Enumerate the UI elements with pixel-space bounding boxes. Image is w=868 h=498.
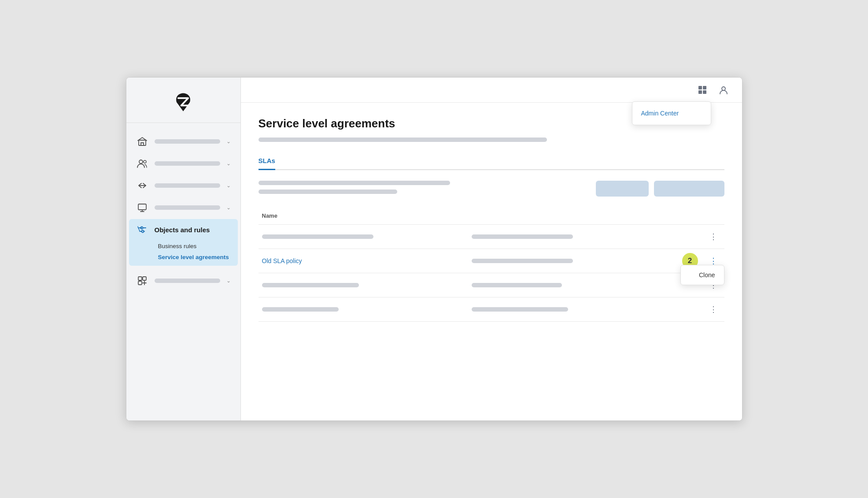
sla-table: Name [259,207,724,322]
sidebar-item-home[interactable]: ⌄ [129,131,238,152]
svg-rect-12 [703,90,706,94]
svg-rect-10 [703,86,706,89]
row-actions-button-4[interactable]: ⋮ [706,303,721,316]
nav-label-bar [155,205,220,210]
svg-rect-9 [698,86,702,89]
sidebar-item-users[interactable]: ⌄ [129,153,238,174]
sidebar-item-objects-main[interactable]: Objects and rules [129,219,238,240]
meta-skeleton [472,307,569,312]
chevron-down-icon: ⌄ [226,278,231,284]
svg-point-1 [139,160,143,164]
sidebar-subitem-business-rules[interactable]: Business rules [154,241,238,251]
nav-label-bar [155,183,220,188]
apps-icon [136,275,148,287]
header-bar: Admin Center [241,78,742,103]
name-skeleton [262,307,339,312]
content-description [259,181,589,194]
chevron-down-icon: ⌄ [226,138,231,145]
channels-icon [136,179,148,192]
users-icon [136,157,148,170]
monitor-icon [136,201,148,214]
row-actions-button[interactable]: ⋮ [706,230,721,243]
chevron-down-icon: ⌄ [226,182,231,189]
svg-rect-8 [138,281,142,285]
sla-policy-link[interactable]: Old SLA policy [262,257,302,264]
admin-center-dropdown: Admin Center [632,101,711,125]
svg-rect-3 [138,204,146,210]
app-window: ⌄ ⌄ [126,77,742,421]
col-header-action [631,207,724,225]
nav-label-bar [155,139,220,144]
desc-skeleton-1 [259,181,450,185]
sidebar-logo [126,78,240,123]
table-row: ⋮ [259,225,724,249]
description-skeleton [259,138,547,142]
grid-icon [698,85,707,95]
admin-center-link[interactable]: Admin Center [632,105,711,121]
action-button-1[interactable] [596,181,649,197]
svg-rect-11 [698,90,702,94]
svg-point-5 [141,230,144,233]
sidebar-navigation: ⌄ ⌄ [126,127,240,420]
content-action-buttons [596,181,724,197]
user-icon [719,85,728,95]
table-row: ⋮ [259,297,724,322]
meta-skeleton [472,283,562,287]
table-row: Old SLA policy ⋮ 2 Clone [259,249,724,273]
objects-subitems: Business rules Service level agreements [129,240,238,266]
nav-label-bar [155,161,220,166]
name-skeleton [262,234,373,239]
main-content: Admin Center Service level agreements SL… [241,78,742,420]
svg-rect-6 [138,277,142,280]
meta-skeleton [472,259,573,263]
sidebar-item-devices[interactable]: ⌄ [129,197,238,218]
meta-skeleton [472,234,573,239]
sidebar-subitem-sla[interactable]: Service level agreements [154,252,238,262]
clone-dropdown: Clone [680,265,724,285]
user-profile-button[interactable] [716,82,731,98]
nav-label-bar [155,279,220,283]
table-row: ⋮ [259,273,724,297]
building-icon [136,135,148,148]
svg-point-2 [144,160,146,163]
objects-and-rules-label: Objects and rules [155,226,231,234]
grid-apps-button[interactable] [694,82,710,98]
tabs: SLAs [259,152,724,170]
chevron-down-icon: ⌄ [226,160,231,167]
sidebar-item-apps[interactable]: ⌄ [129,270,238,291]
tab-slas[interactable]: SLAs [259,152,275,170]
desc-skeleton-2 [259,190,397,194]
sidebar-item-channels[interactable]: ⌄ [129,175,238,196]
col-header-meta [468,207,631,225]
content-header [259,181,724,197]
page-content: Service level agreements SLAs [241,103,742,420]
sidebar-item-objects-and-rules[interactable]: Objects and rules Business rules Service… [129,219,238,266]
col-header-name: Name [259,207,468,225]
sidebar: ⌄ ⌄ [126,78,241,420]
name-skeleton [262,283,359,287]
objects-rules-icon [136,223,148,236]
svg-rect-7 [143,277,146,280]
action-button-2[interactable] [654,181,724,197]
chevron-down-icon: ⌄ [226,204,231,211]
clone-action-item[interactable]: Clone [681,267,724,283]
svg-point-13 [722,87,725,90]
zendesk-logo-icon [171,90,196,115]
